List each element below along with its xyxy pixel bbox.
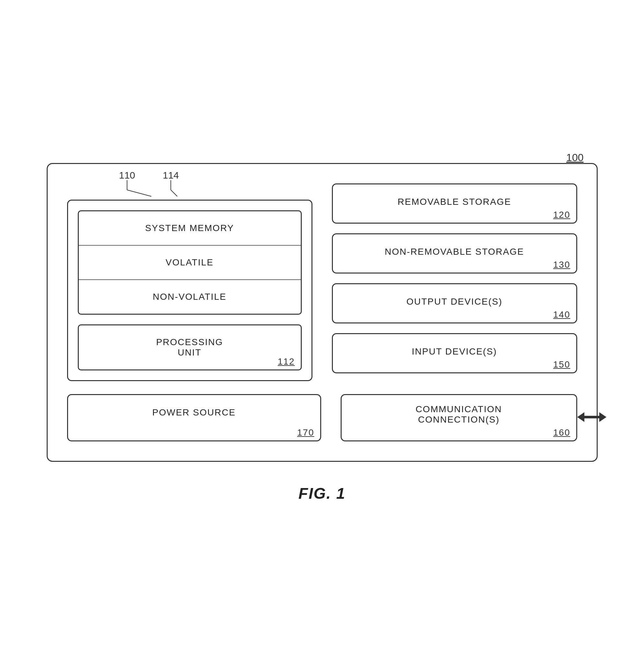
svg-rect-7 (583, 416, 601, 418)
svg-marker-8 (599, 412, 606, 422)
processing-unit-box: PROCESSINGUNIT 112 (78, 324, 302, 370)
svg-text:110: 110 (119, 170, 135, 180)
svg-text:114: 114 (163, 170, 179, 180)
ref-120: 120 (553, 210, 570, 220)
ref-110-area: 110 114 (67, 184, 312, 200)
inner-box-110: SYSTEM MEMORY VOLATILE NON-VOLATILE PROC… (67, 200, 312, 381)
system-memory-label: SYSTEM MEMORY (79, 211, 301, 245)
comm-arrow (577, 409, 606, 426)
output-device-label: OUTPUT DEVICE(S) (406, 297, 503, 307)
svg-line-4 (171, 190, 177, 196)
non-volatile-label: NON-VOLATILE (79, 279, 301, 314)
bottom-row: POWER SOURCE 170 COMMUNICATIONCONNECTION… (67, 394, 577, 441)
ref-150: 150 (553, 359, 570, 370)
ref-130: 130 (553, 260, 570, 270)
processing-unit-label: PROCESSINGUNIT (156, 337, 223, 358)
removable-storage-label: REMOVABLE STORAGE (398, 197, 511, 207)
right-column: REMOVABLE STORAGE 120 NON-REMOVABLE STOR… (332, 184, 577, 381)
left-column: 110 114 SYSTEM MEMORY VOLATILE NON-VOLAT… (67, 184, 312, 381)
memory-group-114: SYSTEM MEMORY VOLATILE NON-VOLATILE (78, 210, 302, 315)
ref-100: 100 (566, 152, 583, 164)
fig-label: FIG. 1 (299, 484, 345, 502)
svg-line-1 (127, 190, 151, 196)
comm-wrapper: COMMUNICATIONCONNECTION(S) 160 (341, 394, 577, 441)
removable-storage-box: REMOVABLE STORAGE 120 (332, 184, 577, 224)
ref-112: 112 (278, 357, 295, 367)
non-removable-storage-box: NON-REMOVABLE STORAGE 130 (332, 233, 577, 273)
power-source-box: POWER SOURCE 170 (67, 394, 321, 441)
ref-160: 160 (553, 428, 570, 438)
ref-170: 170 (297, 428, 315, 438)
callout-svg: 110 114 (67, 180, 229, 200)
outer-box-100: 100 110 114 (47, 163, 598, 462)
non-removable-storage-label: NON-REMOVABLE STORAGE (385, 247, 524, 256)
diagram-wrapper: 100 110 114 (19, 163, 625, 502)
power-source-label: POWER SOURCE (152, 407, 235, 417)
comm-connection-box: COMMUNICATIONCONNECTION(S) 160 (341, 394, 577, 441)
double-arrow-svg (577, 409, 606, 425)
volatile-label: VOLATILE (79, 245, 301, 279)
input-device-label: INPUT DEVICE(S) (412, 346, 497, 357)
ref-140: 140 (553, 309, 570, 320)
main-row: 110 114 SYSTEM MEMORY VOLATILE NON-VOLAT… (67, 184, 577, 381)
output-device-box: OUTPUT DEVICE(S) 140 (332, 283, 577, 323)
comm-connection-label: COMMUNICATIONCONNECTION(S) (416, 404, 502, 424)
input-device-box: INPUT DEVICE(S) 150 (332, 333, 577, 373)
